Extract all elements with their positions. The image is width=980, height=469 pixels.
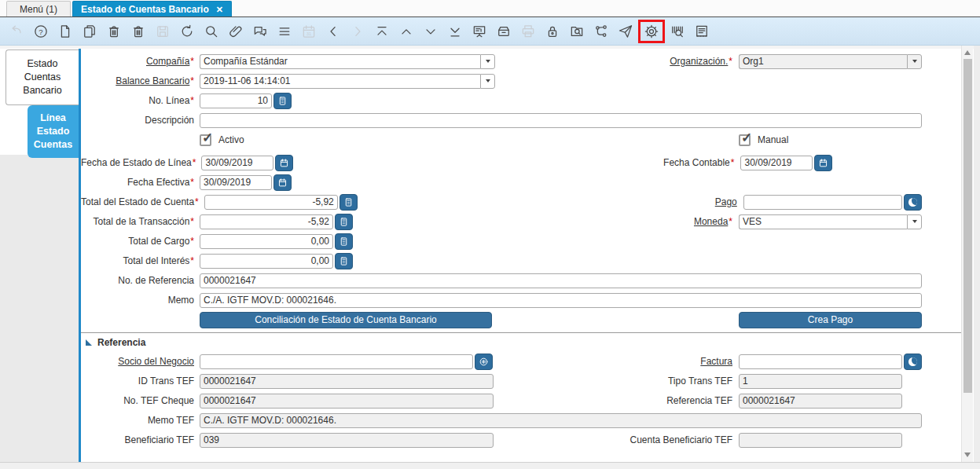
workflow-icon[interactable] [593, 23, 610, 40]
csv-report-icon[interactable] [693, 23, 710, 40]
toggle-grid-icon[interactable] [276, 23, 293, 40]
pago-label[interactable]: Pago [629, 196, 743, 207]
cuenta-beneficiario-tef-label: Cuenta Beneficiario TEF [624, 434, 739, 445]
total-interes-label: Total del Interés* [81, 255, 200, 266]
send-icon[interactable] [617, 23, 634, 40]
crea-pago-button[interactable]: Crea Pago [739, 312, 922, 328]
archive-icon[interactable] [495, 23, 512, 40]
moneda-label[interactable]: Moneda* [624, 216, 739, 227]
svg-text:?: ? [39, 27, 42, 35]
calendar-picker-button[interactable] [273, 174, 292, 191]
find-icon[interactable] [203, 23, 220, 40]
total-transaccion-input[interactable] [200, 214, 333, 229]
form-row: Total de la Transacción* Moneda* [81, 214, 922, 229]
calculator-button[interactable] [340, 194, 358, 211]
first-record-icon[interactable] [373, 23, 391, 40]
delete-record-icon[interactable] [105, 23, 123, 40]
down-record-icon[interactable] [422, 23, 439, 40]
moneda-dropdown-icon[interactable] [907, 214, 922, 229]
section-divider [81, 332, 969, 333]
chevron-left-icon[interactable] [325, 23, 342, 40]
socio-negocio-label[interactable]: Socio del Negocio [81, 356, 200, 367]
lookup-icon[interactable] [904, 194, 922, 211]
organizacion-label[interactable]: Organización.* [624, 56, 739, 67]
lock-icon[interactable] [544, 23, 561, 40]
business-partner-icon[interactable] [475, 354, 493, 370]
conciliacion-button[interactable]: Conciliación de Estado de Cuenta Bancari… [200, 312, 492, 328]
zoom-across-icon[interactable] [568, 23, 585, 40]
total-estado-cuenta-input[interactable] [204, 195, 338, 210]
referencia-title: Referencia [97, 337, 145, 348]
scroll-down-icon[interactable] [964, 453, 971, 457]
total-cargo-label: Total de Cargo* [81, 236, 200, 247]
calculator-button[interactable] [335, 253, 353, 269]
factura-input[interactable] [739, 354, 902, 369]
calculator-button[interactable] [335, 214, 353, 230]
barcode-scan-icon[interactable] [669, 23, 686, 40]
activo-checkbox[interactable]: ✓ [200, 134, 211, 146]
form-row: Fecha de Estado de Línea* Fecha Contable… [81, 155, 922, 170]
fecha-efectiva-label: Fecha Efectiva* [81, 177, 200, 188]
moneda-combobox[interactable] [739, 214, 907, 229]
balance-bancario-dropdown-icon[interactable] [480, 74, 495, 89]
calculator-button[interactable] [273, 93, 292, 109]
calendar-picker-button[interactable] [814, 155, 832, 171]
collapse-icon[interactable] [86, 339, 92, 346]
balance-bancario-label[interactable]: Balance Bancario* [81, 75, 200, 86]
memo-label: Memo [81, 295, 200, 306]
tab-estado-cuentas-bancario[interactable]: Estado de Cuentas Bancario ✕ [72, 1, 232, 16]
required-marker: * [190, 255, 194, 266]
attachment-icon[interactable] [227, 23, 244, 40]
up-record-icon[interactable] [398, 23, 415, 40]
memo-input[interactable] [200, 293, 922, 308]
chat-icon[interactable] [251, 23, 269, 40]
tab-menu[interactable]: Menú (1) [6, 1, 71, 16]
pago-input[interactable] [743, 195, 902, 210]
total-interes-input[interactable] [200, 254, 333, 269]
fecha-efectiva-input[interactable] [200, 175, 272, 190]
no-linea-input[interactable] [200, 93, 272, 108]
save-icon [154, 23, 171, 40]
scrollbar-thumb[interactable] [963, 59, 972, 393]
gear-icon[interactable] [643, 23, 660, 40]
copy-record-icon[interactable] [81, 23, 98, 40]
last-record-icon[interactable] [446, 23, 464, 40]
scroll-up-icon[interactable] [964, 50, 971, 55]
total-cargo-input[interactable] [200, 234, 333, 249]
no-tef-cheque-field [200, 394, 494, 409]
compania-dropdown-icon[interactable] [480, 54, 495, 69]
sidebar-tab-estado-cuentas-bancario[interactable]: Estado Cuentas Bancario [6, 49, 79, 105]
cuenta-beneficiario-tef-field [739, 433, 902, 448]
compania-label[interactable]: Compañía* [81, 56, 200, 67]
referencia-tef-field [739, 394, 902, 409]
manual-checkbox[interactable]: ✓ [739, 134, 751, 146]
sidebar-tab-linea-estado-cuentas[interactable]: Línea Estado Cuentas [28, 105, 79, 158]
descripcion-input[interactable] [200, 113, 922, 128]
delete-selection-icon[interactable] [130, 23, 147, 40]
help-icon[interactable]: ? [32, 23, 50, 40]
required-marker: * [190, 95, 194, 106]
compania-combobox[interactable] [200, 54, 480, 69]
id-trans-tef-field [200, 374, 494, 389]
close-tab-icon[interactable]: ✕ [216, 5, 223, 15]
fecha-estado-linea-label: Fecha de Estado de Línea* [81, 157, 201, 168]
fecha-contable-label: Fecha Contable* [626, 157, 740, 168]
new-record-icon[interactable] [57, 23, 74, 40]
calendar-picker-button[interactable] [275, 155, 293, 171]
memo-tef-label: Memo TEF [81, 415, 200, 426]
balance-bancario-combobox[interactable] [200, 74, 480, 89]
lookup-icon[interactable] [904, 354, 922, 370]
total-estado-cuenta-label: Total del Estado de Cuenta* [81, 196, 204, 207]
no-referencia-label: No. de Referencia [81, 275, 200, 286]
factura-label[interactable]: Factura [624, 356, 739, 367]
fecha-contable-input[interactable] [740, 156, 813, 170]
form-row: No. de Referencia [81, 273, 922, 288]
fecha-estado-linea-input[interactable] [201, 156, 273, 170]
report-icon[interactable] [471, 23, 488, 40]
refresh-icon[interactable] [178, 23, 196, 40]
referencia-section-header[interactable]: Referencia [86, 336, 922, 349]
calculator-button[interactable] [335, 233, 353, 250]
vertical-scrollbar[interactable] [961, 46, 973, 462]
no-referencia-input[interactable] [200, 273, 922, 288]
socio-negocio-input[interactable] [200, 354, 473, 369]
